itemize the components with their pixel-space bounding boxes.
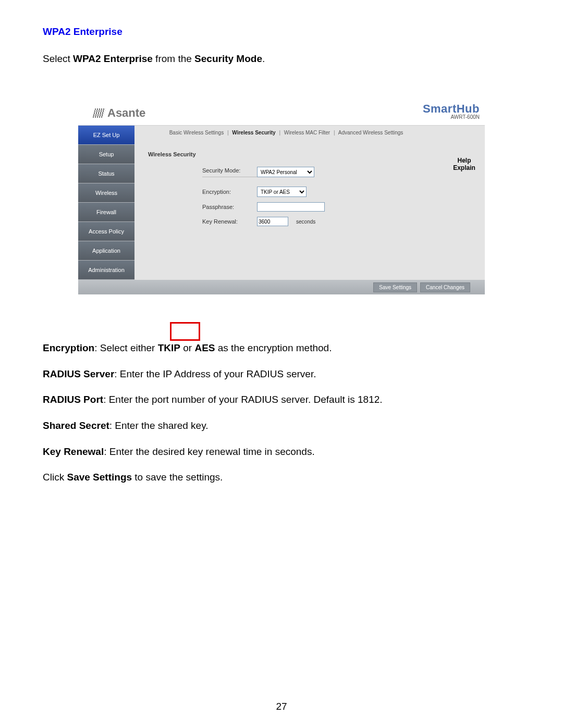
- subnav: Basic Wireless Settings | Wireless Secur…: [134, 126, 485, 140]
- asante-logo-text: Asante: [107, 106, 145, 120]
- key-renewal-unit: seconds: [290, 219, 315, 225]
- sidebar-item-setup[interactable]: Setup: [78, 145, 134, 164]
- sidebar-item-status[interactable]: Status: [78, 164, 134, 183]
- intro-mid: from the: [153, 53, 194, 64]
- product-model: AWRT-600N: [423, 115, 480, 120]
- subnav-item-wireless-security[interactable]: Wireless Security: [232, 130, 275, 135]
- help-block: Help Explain: [450, 157, 479, 171]
- desc-bold: AES: [194, 342, 215, 353]
- save-settings-button[interactable]: Save Settings: [373, 282, 417, 292]
- sidebar-item-application[interactable]: Application: [78, 241, 134, 261]
- intro-bold-2: Security Mode: [194, 53, 262, 64]
- page-number: 27: [0, 701, 563, 712]
- router-admin-screenshot: Asante SmartHub AWRT-600N EZ Set Up Setu…: [78, 101, 485, 294]
- asante-logo: Asante: [94, 106, 145, 120]
- panel-title: Wireless Security: [134, 140, 485, 159]
- desc-text: : Enter the shared key.: [109, 420, 209, 431]
- desc-radius-port: RADIUS Port: Enter the port number of yo…: [43, 393, 520, 406]
- desc-text: : Enter the IP Address of your RADIUS se…: [114, 368, 316, 379]
- sidebar: EZ Set Up Setup Status Wireless Firewall…: [78, 126, 134, 280]
- red-callout-box: [170, 322, 200, 341]
- encryption-label: Encryption:: [202, 189, 257, 195]
- subnav-item-mac-filter[interactable]: Wireless MAC Filter: [284, 130, 330, 135]
- desc-text: as the encryption method.: [215, 342, 332, 353]
- asante-logo-icon: [93, 108, 106, 118]
- desc-text: Click: [43, 472, 67, 483]
- desc-label: Shared Secret: [43, 420, 109, 431]
- key-renewal-label: Key Renewal:: [202, 218, 257, 225]
- desc-key-renewal: Key Renewal: Enter the desired key renew…: [43, 445, 520, 459]
- desc-text: : Enter the port number of your RADIUS s…: [103, 394, 382, 405]
- product-brand-big: SmartHub: [423, 102, 480, 115]
- product-brand: SmartHub AWRT-600N: [423, 103, 480, 120]
- desc-radius-server: RADIUS Server: Enter the IP Address of y…: [43, 367, 520, 381]
- subnav-item-basic[interactable]: Basic Wireless Settings: [169, 130, 224, 135]
- section-heading: WPA2 Enterprise: [43, 26, 520, 38]
- passphrase-input[interactable]: [257, 202, 325, 212]
- security-mode-label: Security Mode:: [202, 167, 257, 177]
- desc-encryption: Encryption: Select either TKIP or AES as…: [43, 341, 520, 355]
- sidebar-item-wireless[interactable]: Wireless: [78, 183, 134, 203]
- subnav-sep: |: [332, 130, 337, 135]
- desc-label: Encryption: [43, 342, 94, 353]
- desc-shared-secret: Shared Secret: Enter the shared key.: [43, 419, 520, 433]
- sidebar-item-firewall[interactable]: Firewall: [78, 203, 134, 222]
- subnav-item-advanced[interactable]: Advanced Wireless Settings: [338, 130, 403, 135]
- desc-bold: Save Settings: [67, 472, 132, 483]
- sidebar-item-access-policy[interactable]: Access Policy: [78, 222, 134, 241]
- desc-label: RADIUS Server: [43, 368, 114, 379]
- encryption-select[interactable]: TKIP or AES: [257, 187, 307, 197]
- security-mode-select[interactable]: WPA2 Personal: [257, 167, 314, 177]
- intro-suffix: .: [262, 53, 265, 64]
- desc-text: : Enter the desired key renewal time in …: [104, 446, 314, 457]
- cancel-changes-button[interactable]: Cancel Changes: [420, 282, 470, 292]
- subnav-sep: |: [225, 130, 231, 135]
- desc-text: to save the settings.: [132, 472, 223, 483]
- desc-label: Key Renewal: [43, 446, 104, 457]
- desc-save: Click Save Settings to save the settings…: [43, 471, 520, 484]
- sidebar-item-administration[interactable]: Administration: [78, 261, 134, 280]
- intro-bold-1: WPA2 Enterprise: [73, 53, 153, 64]
- key-renewal-input[interactable]: [257, 217, 288, 226]
- intro-prefix: Select: [43, 53, 73, 64]
- help-link[interactable]: Help: [450, 157, 479, 164]
- desc-label: RADIUS Port: [43, 394, 103, 405]
- desc-text: or: [180, 342, 194, 353]
- wireless-security-form: Security Mode: WPA2 Personal Encryption:…: [134, 159, 485, 226]
- sidebar-item-ez-setup[interactable]: EZ Set Up: [78, 126, 134, 145]
- intro-line: Select WPA2 Enterprise from the Security…: [43, 53, 520, 65]
- explain-link[interactable]: Explain: [450, 164, 479, 171]
- desc-bold: TKIP: [158, 342, 180, 353]
- subnav-sep: |: [277, 130, 283, 135]
- desc-text: : Select either: [94, 342, 157, 353]
- passphrase-label: Passphrase:: [202, 204, 257, 210]
- main-panel: Basic Wireless Settings | Wireless Secur…: [134, 126, 485, 280]
- router-footer: Save Settings Cancel Changes: [78, 280, 485, 294]
